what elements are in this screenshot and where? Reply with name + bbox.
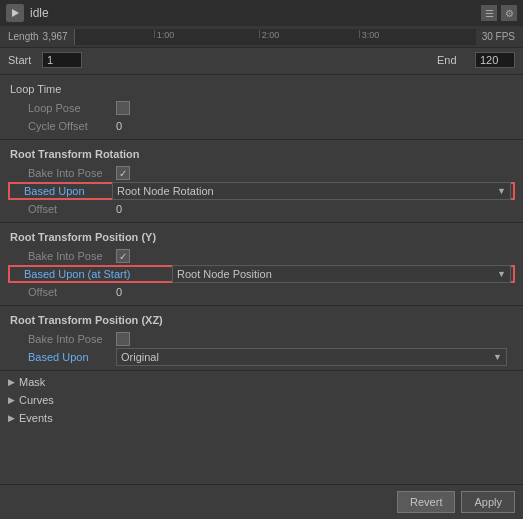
menu-icon[interactable]: ☰ [481,5,497,21]
rtp-xz-based-upon-row: Based Upon Original ▼ [8,348,515,366]
root-transform-rotation-section: Root Transform Rotation Bake Into Pose ✓… [0,142,523,220]
footer: Revert Apply [0,484,523,519]
apply-button[interactable]: Apply [461,491,515,513]
loop-time-row: Loop Time [8,79,515,99]
rtr-bake-checkbox[interactable]: ✓ [116,166,130,180]
cycle-offset-value: 0 [116,120,122,132]
events-arrow: ▶ [8,413,15,423]
rtp-y-bake-row: Bake Into Pose ✓ [8,247,515,265]
mask-label: Mask [19,376,45,388]
rtr-offset-row: Offset 0 [8,200,515,218]
length-label: Length [8,31,39,42]
svg-marker-0 [12,9,19,17]
rtr-based-upon-dropdown[interactable]: Root Node Rotation ▼ [112,182,511,200]
root-transform-rotation-label: Root Transform Rotation [10,148,170,160]
loop-time-label: Loop Time [10,83,170,95]
rtp-xz-based-upon-dropdown[interactable]: Original ▼ [116,348,507,366]
loop-time-section: Loop Time Loop Pose Cycle Offset 0 [0,77,523,137]
tick-1: 1:00 [157,30,175,40]
mask-arrow: ▶ [8,377,15,387]
tick-3: 3:00 [362,30,380,40]
rtp-y-offset-row: Offset 0 [8,283,515,301]
start-label: Start [8,54,38,66]
loop-pose-label: Loop Pose [16,102,116,114]
end-label: End [437,54,467,66]
loop-pose-row: Loop Pose [8,99,515,117]
rtr-based-upon-value: Root Node Rotation [117,185,214,197]
rtp-y-label: Root Transform Position (Y) [10,231,170,243]
rtp-y-bake-label: Bake Into Pose [16,250,116,262]
cycle-offset-row: Cycle Offset 0 [8,117,515,135]
rtp-y-header: Root Transform Position (Y) [8,227,515,247]
curves-label: Curves [19,394,54,406]
rtp-xz-based-upon-value: Original [121,351,159,363]
rtp-xz-label: Root Transform Position (XZ) [10,314,170,326]
end-input[interactable] [475,52,515,68]
title-bar: idle ☰ ⚙ [0,0,523,26]
rtp-xz-based-upon-label: Based Upon [16,351,116,363]
tick-2: 2:00 [262,30,280,40]
events-label: Events [19,412,53,424]
animation-icon [6,4,24,22]
settings-icon[interactable]: ⚙ [501,5,517,21]
rtp-y-based-upon-label: Based Upon (at Start) [12,268,172,280]
rtr-bake-row: Bake Into Pose ✓ [8,164,515,182]
animation-title: idle [30,6,475,20]
rtp-y-based-upon-dropdown[interactable]: Root Node Position ▼ [172,265,511,283]
timeline-ruler[interactable]: 1:00 2:00 3:00 [74,29,476,45]
rtp-y-bake-checkbox[interactable]: ✓ [116,249,130,263]
rtp-xz-bake-checkbox[interactable] [116,332,130,346]
rtr-offset-label: Offset [16,203,116,215]
rtr-bake-label: Bake Into Pose [16,167,116,179]
timeline-bar: Length 3,967 1:00 2:00 3:00 30 FPS [0,26,523,48]
dropdown-arrow-rtp-xz: ▼ [493,352,502,362]
root-transform-position-xz-section: Root Transform Position (XZ) Bake Into P… [0,308,523,368]
curves-section[interactable]: ▶ Curves [0,391,523,409]
mask-section[interactable]: ▶ Mask [0,373,523,391]
fps-label: 30 FPS [482,31,515,42]
loop-pose-checkbox[interactable] [116,101,130,115]
revert-button[interactable]: Revert [397,491,455,513]
rtp-y-based-upon-value: Root Node Position [177,268,272,280]
rtr-based-upon-label: Based Upon [12,185,112,197]
rtp-xz-header: Root Transform Position (XZ) [8,310,515,330]
cycle-offset-label: Cycle Offset [16,120,116,132]
rtp-xz-bake-label: Bake Into Pose [16,333,116,345]
checkmark-y: ✓ [119,251,127,262]
root-transform-rotation-header: Root Transform Rotation [8,144,515,164]
dropdown-arrow-rtr: ▼ [497,186,506,196]
length-value: 3,967 [43,31,68,42]
curves-arrow: ▶ [8,395,15,405]
root-transform-position-y-section: Root Transform Position (Y) Bake Into Po… [0,225,523,303]
rtr-based-upon-row: Based Upon Root Node Rotation ▼ [8,182,515,200]
rtp-xz-bake-row: Bake Into Pose [8,330,515,348]
title-actions: ☰ ⚙ [481,5,517,21]
start-input[interactable] [42,52,82,68]
start-end-row: Start End [0,48,523,72]
dropdown-arrow-rtp-y: ▼ [497,269,506,279]
events-section[interactable]: ▶ Events [0,409,523,427]
checkmark: ✓ [119,168,127,179]
rtp-y-offset-label: Offset [16,286,116,298]
rtp-y-offset-value: 0 [116,286,122,298]
rtr-offset-value: 0 [116,203,122,215]
rtp-y-based-upon-row: Based Upon (at Start) Root Node Position… [8,265,515,283]
